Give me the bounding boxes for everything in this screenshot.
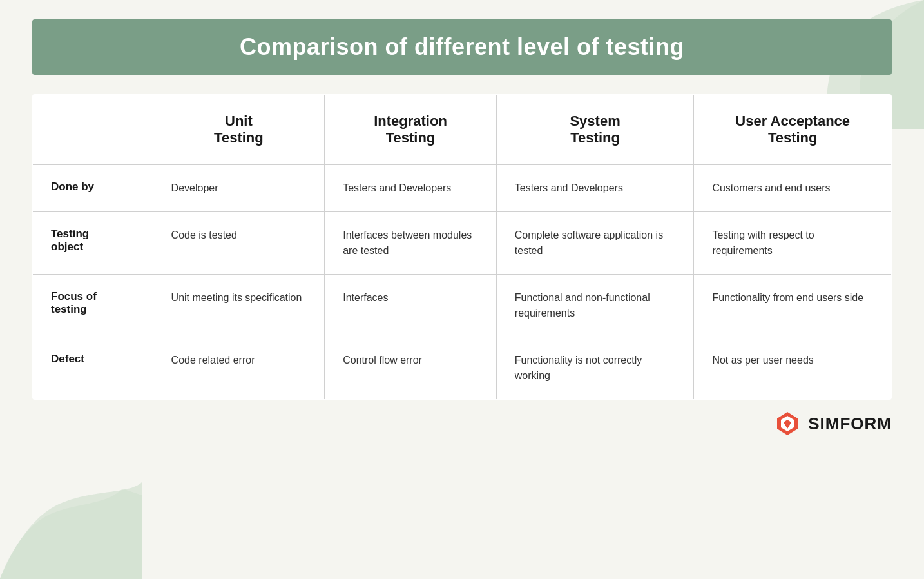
simform-logo-text: SIMFORM xyxy=(808,414,892,434)
table-row: Focus oftesting Unit meeting its specifi… xyxy=(33,275,892,337)
row-system-focus: Functional and non-functional requiremen… xyxy=(496,275,694,337)
row-unit-testing-object: Code is tested xyxy=(153,212,325,275)
row-integration-testing-object: Interfaces between modules are tested xyxy=(325,212,497,275)
row-uat-done-by: Customers and end users xyxy=(694,165,892,212)
row-integration-focus: Interfaces xyxy=(325,275,497,337)
main-container: Comparison of different level of testing… xyxy=(0,0,924,579)
row-label-focus: Focus oftesting xyxy=(33,275,153,337)
page-title: Comparison of different level of testing xyxy=(58,34,866,61)
header-empty xyxy=(33,95,153,165)
header-banner: Comparison of different level of testing xyxy=(32,19,892,75)
comparison-table: UnitTesting IntegrationTesting SystemTes… xyxy=(32,94,892,400)
table-header-row: UnitTesting IntegrationTesting SystemTes… xyxy=(33,95,892,165)
row-system-defect: Functionality is not correctly working xyxy=(496,337,694,400)
table-row: Defect Code related error Control flow e… xyxy=(33,337,892,400)
row-label-defect: Defect xyxy=(33,337,153,400)
row-integration-defect: Control flow error xyxy=(325,337,497,400)
header-unit: UnitTesting xyxy=(153,95,325,165)
row-unit-done-by: Developer xyxy=(153,165,325,212)
simform-logo: SIMFORM xyxy=(773,409,892,438)
header-system: SystemTesting xyxy=(496,95,694,165)
row-uat-testing-object: Testing with respect to requirements xyxy=(694,212,892,275)
row-label-done-by: Done by xyxy=(33,165,153,212)
header-uat: User AcceptanceTesting xyxy=(694,95,892,165)
row-system-done-by: Testers and Developers xyxy=(496,165,694,212)
footer: SIMFORM xyxy=(32,400,892,438)
table-row: Done by Developer Testers and Developers… xyxy=(33,165,892,212)
row-uat-focus: Functionality from end users side xyxy=(694,275,892,337)
row-integration-done-by: Testers and Developers xyxy=(325,165,497,212)
row-uat-defect: Not as per user needs xyxy=(694,337,892,400)
header-integration: IntegrationTesting xyxy=(325,95,497,165)
row-unit-defect: Code related error xyxy=(153,337,325,400)
row-unit-focus: Unit meeting its specification xyxy=(153,275,325,337)
row-label-testing-object: Testingobject xyxy=(33,212,153,275)
table-row: Testingobject Code is tested Interfaces … xyxy=(33,212,892,275)
row-system-testing-object: Complete software application is tested xyxy=(496,212,694,275)
simform-logo-icon xyxy=(773,409,802,438)
